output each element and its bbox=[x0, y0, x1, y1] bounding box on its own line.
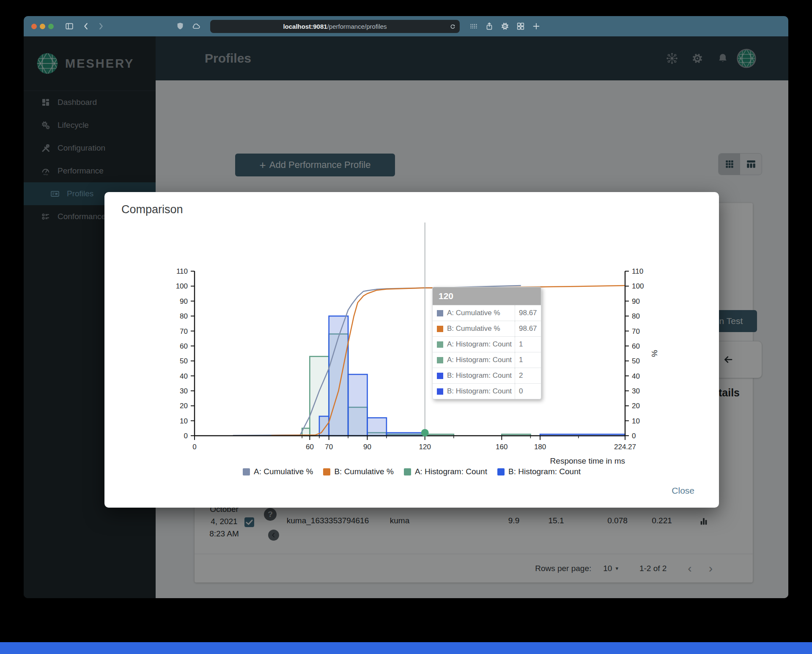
legend-item: B: Histogram: Count bbox=[497, 467, 581, 476]
zoom-window-button[interactable] bbox=[48, 24, 54, 29]
svg-text:40: 40 bbox=[180, 372, 188, 380]
refresh-icon[interactable] bbox=[449, 23, 456, 30]
svg-text:50: 50 bbox=[632, 357, 640, 365]
comparison-chart: 0010102020303040405050606070708080909010… bbox=[147, 223, 680, 482]
svg-text:80: 80 bbox=[632, 312, 640, 320]
extensions-icon[interactable] bbox=[469, 22, 478, 31]
svg-text:10: 10 bbox=[180, 417, 188, 425]
svg-text:70: 70 bbox=[632, 327, 640, 335]
legend-swatch bbox=[243, 468, 250, 475]
browser-window: localhost:9081/performance/profiles MESH… bbox=[24, 16, 788, 598]
hover-marker bbox=[421, 429, 429, 437]
tooltip-value: 98.67 bbox=[515, 305, 541, 321]
svg-text:70: 70 bbox=[325, 443, 333, 451]
shield-icon bbox=[176, 22, 185, 31]
tooltip-row: B: Cumulative %98.67 bbox=[433, 321, 541, 336]
svg-text:20: 20 bbox=[180, 402, 188, 410]
svg-text:180: 180 bbox=[534, 443, 546, 451]
url-path: /performance/profiles bbox=[327, 23, 387, 30]
svg-text:20: 20 bbox=[632, 402, 640, 410]
svg-text:90: 90 bbox=[363, 443, 371, 451]
legend-item: A: Histogram: Count bbox=[404, 467, 487, 476]
modal-title: Comparison bbox=[121, 203, 183, 216]
browser-chrome: localhost:9081/performance/profiles bbox=[24, 16, 788, 36]
tooltip-label: A: Histogram: Count bbox=[447, 356, 515, 364]
legend-swatch bbox=[404, 468, 411, 475]
close-button[interactable]: Close bbox=[667, 482, 699, 499]
svg-text:%: % bbox=[650, 350, 659, 357]
chart-tooltip: 120 A: Cumulative %98.67B: Cumulative %9… bbox=[432, 287, 541, 399]
svg-text:90: 90 bbox=[180, 297, 188, 305]
tooltip-swatch bbox=[437, 388, 443, 395]
new-tab-icon[interactable] bbox=[532, 22, 541, 31]
tooltip-row: A: Histogram: Count1 bbox=[433, 336, 541, 352]
browser-sidebar-icon[interactable] bbox=[65, 22, 74, 31]
forward-icon[interactable] bbox=[96, 22, 105, 31]
tooltip-label: A: Histogram: Count bbox=[447, 340, 515, 349]
svg-text:60: 60 bbox=[632, 342, 640, 350]
tooltip-x-value: 120 bbox=[433, 287, 541, 305]
tooltip-row: A: Cumulative %98.67 bbox=[433, 305, 541, 321]
close-window-button[interactable] bbox=[31, 24, 37, 29]
svg-text:Response time in ms: Response time in ms bbox=[550, 456, 625, 465]
legend-item: A: Cumulative % bbox=[243, 467, 313, 476]
legend-label: B: Histogram: Count bbox=[508, 467, 581, 476]
tooltip-value: 0 bbox=[515, 384, 541, 399]
legend-item: B: Cumulative % bbox=[323, 467, 393, 476]
svg-text:110: 110 bbox=[176, 267, 188, 275]
desktop: localhost:9081/performance/profiles MESH… bbox=[0, 0, 812, 654]
url-host: localhost:9081 bbox=[283, 23, 327, 30]
cloud-icon[interactable] bbox=[192, 22, 201, 31]
svg-text:120: 120 bbox=[419, 443, 431, 451]
svg-text:80: 80 bbox=[180, 312, 188, 320]
minimize-window-button[interactable] bbox=[40, 24, 45, 29]
tooltip-swatch bbox=[437, 326, 443, 332]
legend-label: B: Cumulative % bbox=[334, 467, 393, 476]
tooltip-rows: A: Cumulative %98.67B: Cumulative %98.67… bbox=[433, 305, 541, 399]
tooltip-row: A: Histogram: Count1 bbox=[433, 352, 541, 368]
tooltip-label: B: Histogram: Count bbox=[447, 387, 515, 396]
svg-text:30: 30 bbox=[180, 387, 188, 395]
legend-swatch bbox=[323, 468, 330, 475]
back-icon[interactable] bbox=[82, 22, 91, 31]
tooltip-label: B: Cumulative % bbox=[447, 324, 515, 333]
tooltip-value: 98.67 bbox=[515, 321, 541, 336]
background-window-strip bbox=[0, 642, 812, 654]
legend-label: A: Histogram: Count bbox=[415, 467, 487, 476]
tooltip-label: B: Histogram: Count bbox=[447, 371, 515, 380]
legend-label: A: Cumulative % bbox=[254, 467, 313, 476]
svg-text:60: 60 bbox=[180, 342, 188, 350]
legend-swatch bbox=[497, 468, 505, 475]
svg-text:40: 40 bbox=[632, 372, 640, 380]
tooltip-swatch bbox=[437, 310, 443, 316]
svg-text:0: 0 bbox=[184, 432, 188, 440]
comparison-modal: Comparison 00101020203030404050506060707… bbox=[104, 192, 719, 508]
svg-text:100: 100 bbox=[632, 282, 644, 290]
tooltip-value: 1 bbox=[515, 352, 541, 368]
tab-overview-icon[interactable] bbox=[516, 22, 525, 31]
svg-text:100: 100 bbox=[176, 282, 188, 290]
tooltip-value: 1 bbox=[515, 337, 541, 352]
address-bar[interactable]: localhost:9081/performance/profiles bbox=[210, 20, 460, 33]
chart-legend: A: Cumulative %B: Cumulative %A: Histogr… bbox=[104, 467, 719, 476]
svg-text:60: 60 bbox=[306, 443, 314, 451]
svg-text:0: 0 bbox=[632, 432, 636, 440]
tooltip-row: B: Histogram: Count0 bbox=[433, 383, 541, 399]
tooltip-swatch bbox=[437, 373, 443, 379]
share-icon[interactable] bbox=[485, 22, 494, 31]
svg-text:0: 0 bbox=[192, 443, 196, 451]
tooltip-value: 2 bbox=[515, 368, 541, 383]
meshery-app: MESHERY DashboardLifecycleConfigurations… bbox=[24, 36, 788, 598]
tooltip-swatch bbox=[437, 357, 443, 363]
svg-text:70: 70 bbox=[180, 327, 188, 335]
svg-text:160: 160 bbox=[496, 443, 508, 451]
svg-text:10: 10 bbox=[632, 417, 640, 425]
svg-text:50: 50 bbox=[180, 357, 188, 365]
svg-text:90: 90 bbox=[632, 297, 640, 305]
svg-text:30: 30 bbox=[632, 387, 640, 395]
svg-text:224.27: 224.27 bbox=[614, 443, 636, 451]
tooltip-swatch bbox=[437, 341, 443, 348]
browser-settings-icon[interactable] bbox=[500, 22, 510, 31]
svg-text:110: 110 bbox=[632, 267, 643, 275]
tooltip-row: B: Histogram: Count2 bbox=[433, 368, 541, 383]
